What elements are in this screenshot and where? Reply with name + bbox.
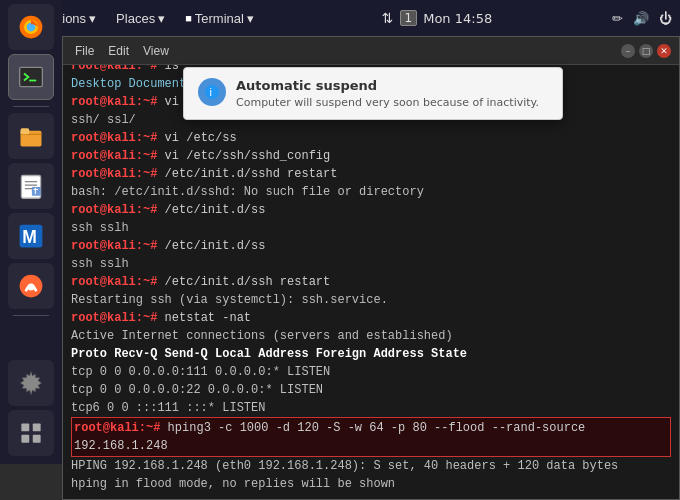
- window-close-button[interactable]: ✕: [657, 44, 671, 58]
- terminal-command: vi /etc/ss: [157, 131, 236, 145]
- terminal-prompt: root@kali:~#: [71, 149, 157, 163]
- terminal-prompt: root@kali:~#: [71, 167, 157, 181]
- terminal-command: /etc/init.d/ssh restart: [157, 275, 330, 289]
- terminal-menu: File Edit View: [71, 42, 173, 60]
- terminal-prompt: root@kali:~#: [71, 131, 157, 145]
- top-system-bar: Applications ▾ Places ▾ ■ Terminal ▾ ⇅ 1…: [0, 0, 680, 36]
- svg-rect-22: [33, 435, 41, 443]
- clock: Mon 14:58: [423, 11, 492, 26]
- terminal-prompt: root@kali:~#: [71, 275, 157, 289]
- badge-number: 1: [400, 10, 418, 26]
- notification-text: Automatic suspend Computer will suspend …: [236, 78, 548, 109]
- terminal-prompt: root@kali:~#: [71, 203, 157, 217]
- terminal-content[interactable]: root@kali:~# lsDesktop Documents Downloa…: [63, 65, 679, 499]
- svg-text:i: i: [210, 86, 212, 98]
- places-menu[interactable]: Places ▾: [108, 9, 173, 28]
- terminal-line: root@kali:~# netstat -nat: [71, 309, 671, 327]
- taskbar-divider-2: [13, 315, 49, 316]
- notification-title: Automatic suspend: [236, 78, 548, 93]
- terminal-titlebar-right: – □ ✕: [621, 44, 671, 58]
- terminal-command: ls: [157, 65, 179, 73]
- terminal-net-header: Proto Recv-Q Send-Q Local Address Foreig…: [71, 345, 671, 363]
- svg-rect-6: [21, 128, 30, 134]
- taskbar-files[interactable]: [8, 113, 54, 159]
- top-bar-center: ⇅ 1 Mon 14:58: [382, 10, 492, 26]
- taskbar-divider: [13, 106, 49, 107]
- terminal-output: Restarting ssh (via systemctl): ssh.serv…: [71, 291, 671, 309]
- terminal-command: /etc/init.d/ss: [157, 203, 265, 217]
- window-maximize-button[interactable]: □: [639, 44, 653, 58]
- taskbar-settings[interactable]: [8, 360, 54, 406]
- terminal-view-menu[interactable]: View: [139, 42, 173, 60]
- terminal-prompt: root@kali:~#: [74, 421, 160, 435]
- notification-icon: i: [198, 78, 226, 106]
- terminal-output: HPING 192.168.1.248 (eth0 192.168.1.248)…: [71, 457, 671, 475]
- taskbar-burpsuite[interactable]: [8, 263, 54, 309]
- terminal-command: vi /etc/ssh/sshd_config: [157, 149, 330, 163]
- top-bar-right: ✏ 🔊 ⏻: [612, 11, 672, 26]
- svg-point-17: [28, 283, 35, 290]
- notification-popup: i Automatic suspend Computer will suspen…: [183, 67, 563, 120]
- terminal-output: tcp6 0 0 :::111 :::* LISTEN: [71, 399, 671, 417]
- terminal-line: root@kali:~# vi /etc/ssh/sshd_config: [71, 147, 671, 165]
- terminal-menu-btn[interactable]: ■ Terminal ▾: [177, 9, 262, 28]
- svg-rect-19: [21, 423, 29, 431]
- terminal-command: /etc/init.d/ss: [157, 239, 265, 253]
- terminal-line: root@kali:~# /etc/init.d/ssh restart: [71, 273, 671, 291]
- terminal-prompt: root@kali:~#: [71, 95, 157, 109]
- window-minimize-button[interactable]: –: [621, 44, 635, 58]
- svg-rect-11: [32, 187, 41, 196]
- terminal-output: bash: /etc/init.d/sshd: No such file or …: [71, 183, 671, 201]
- taskbar-text-editor[interactable]: [8, 163, 54, 209]
- terminal-label: Terminal: [195, 11, 244, 26]
- terminal-line: root@kali:~# /etc/init.d/sshd restart: [71, 165, 671, 183]
- chevron-down-icon: ▾: [89, 11, 96, 26]
- svg-rect-3: [20, 67, 43, 86]
- terminal-output: tcp 0 0 0.0.0.0:111 0.0.0.0:* LISTEN: [71, 363, 671, 381]
- terminal-prompt: root@kali:~#: [71, 65, 157, 73]
- terminal-line: root@kali:~# /etc/init.d/ss: [71, 237, 671, 255]
- terminal-output: tcp 0 0 0.0.0.0:22 0.0.0.0:* LISTEN: [71, 381, 671, 399]
- terminal-edit-menu[interactable]: Edit: [104, 42, 133, 60]
- taskbar-manager[interactable]: M: [8, 213, 54, 259]
- main-area: File Edit View – □ ✕ i Automatic suspend: [62, 36, 680, 500]
- svg-rect-20: [33, 423, 41, 431]
- terminal-line: root@kali:~# /etc/init.d/ss: [71, 201, 671, 219]
- terminal-prompt: root@kali:~#: [71, 239, 157, 253]
- taskbar-grid[interactable]: [8, 410, 54, 456]
- terminal-prompt: root@kali:~#: [71, 311, 157, 325]
- svg-text:M: M: [22, 227, 37, 247]
- terminal-output: Active Internet connections (servers and…: [71, 327, 671, 345]
- pencil-icon: ✏: [612, 11, 623, 26]
- network-icon: ⇅: [382, 10, 394, 26]
- terminal-command: netstat -nat: [157, 311, 251, 325]
- places-label: Places: [116, 11, 155, 26]
- taskbar-bottom: [8, 360, 54, 456]
- chevron-down-icon: ▾: [247, 11, 254, 26]
- notification-body: Computer will suspend very soon because …: [236, 96, 548, 109]
- terminal-file-menu[interactable]: File: [71, 42, 98, 60]
- svg-point-23: [205, 85, 219, 99]
- svg-rect-21: [21, 435, 29, 443]
- chevron-down-icon: ▾: [158, 11, 165, 26]
- terminal-line: root@kali:~# hping3 -c 1000 -d 120 -S -w…: [71, 417, 671, 457]
- taskbar-firefox[interactable]: [8, 4, 54, 50]
- terminal-window: File Edit View – □ ✕ i Automatic suspend: [62, 36, 680, 500]
- left-taskbar: M: [0, 0, 62, 464]
- terminal-output: ssh sslh: [71, 219, 671, 237]
- terminal-command: /etc/init.d/sshd restart: [157, 167, 337, 181]
- terminal-titlebar-left: File Edit View: [71, 42, 173, 60]
- terminal-output: hping in flood mode, no replies will be …: [71, 475, 671, 493]
- volume-icon: 🔊: [633, 11, 649, 26]
- terminal-output: ssh sslh: [71, 255, 671, 273]
- terminal-line: root@kali:~# vi /etc/ss: [71, 129, 671, 147]
- power-icon: ⏻: [659, 11, 672, 26]
- terminal-titlebar: File Edit View – □ ✕: [63, 37, 679, 65]
- taskbar-terminal[interactable]: [8, 54, 54, 100]
